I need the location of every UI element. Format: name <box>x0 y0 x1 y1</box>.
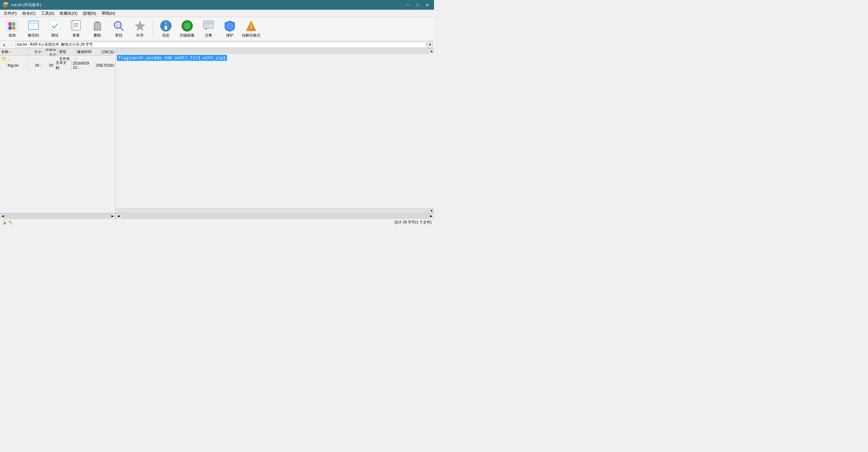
toolbar-scan-button[interactable]: 扫描病毒 <box>178 19 197 39</box>
svg-rect-19 <box>98 23 99 30</box>
status-bar: 🔒 🔧 总计 29 字节(1 个文件) <box>0 218 434 226</box>
right-pane: ▲ flag{nev3r_enc0de_t00_sm4ll_fil3_w1th_… <box>116 49 434 218</box>
status-lock-icon: 🔒 <box>2 220 7 224</box>
toolbar-extract-button[interactable]: 解压到 <box>24 19 43 39</box>
minimize-button[interactable]: ─ <box>404 2 412 8</box>
toolbar-comment-label: 注释 <box>205 33 212 38</box>
col-date-header[interactable]: 修改时间 <box>76 49 101 55</box>
col-size-header[interactable]: 大小 <box>28 49 43 55</box>
panes-row: 名称 ∧ 大小 压缩后大小 类型 修改时间 CRC32 <box>0 49 434 218</box>
svg-marker-23 <box>135 21 145 31</box>
list-item[interactable]: 📄 flag.txt 29 29 文本文档 2016/8/29 12:... <box>0 62 115 69</box>
title-bar: 📦 out.txt (评估版本) ─ □ ✕ <box>0 0 434 10</box>
toolbar-view-label: 查看 <box>72 33 80 38</box>
nav-back-button[interactable]: ▲ <box>1 42 7 48</box>
menu-favorites[interactable]: 收藏夹(O) <box>57 10 80 17</box>
svg-rect-4 <box>12 27 15 30</box>
toolbar-find-button[interactable]: 查找 <box>109 19 128 39</box>
toolbar-delete-label: 删除 <box>94 33 101 38</box>
toolbar-info-button[interactable]: i 信息 <box>156 19 176 39</box>
preview-content-area: flag{nev3r_enc0de_t00_sm4ll_fil3_w1th_zi… <box>116 54 434 208</box>
archive-indicator: 📄 <box>8 42 13 47</box>
file-name: .. <box>8 57 11 61</box>
svg-rect-12 <box>73 21 80 30</box>
status-wrench-icon: 🔧 <box>8 220 13 224</box>
svg-line-21 <box>120 27 123 30</box>
toolbar-scan-label: 扫描病毒 <box>180 33 194 38</box>
address-dropdown-button[interactable]: ▼ <box>427 41 433 48</box>
file-size: 29 <box>27 63 40 67</box>
toolbar-delete-button[interactable]: 删除 <box>88 19 107 39</box>
file-crc: D5E7D162 <box>95 63 115 67</box>
toolbar-protect-label: 保护 <box>226 33 234 38</box>
col-type-header[interactable]: 类型 <box>58 49 76 55</box>
file-packed: 29 <box>40 63 55 67</box>
right-hscroll-right-button[interactable]: ▶ <box>429 213 434 219</box>
file-date: 2016/8/29 12:... <box>71 61 95 70</box>
address-bar: ▲ 📄 out.txt - RAR 4.x 压缩文件, 解包大小为 29 字节 … <box>0 41 434 49</box>
toolbar-add-button[interactable]: 添加 <box>2 19 22 39</box>
preview-text: flag{nev3r_enc0de_t00_sm4ll_fil3_w1th_zi… <box>116 54 434 62</box>
file-icon: 📄 <box>1 63 6 68</box>
svg-rect-26 <box>165 26 167 30</box>
status-left: 🔒 🔧 <box>0 220 116 224</box>
left-hscroll[interactable]: ◀ ▶ <box>0 213 115 218</box>
svg-rect-17 <box>94 23 101 31</box>
toolbar-find-label: 查找 <box>115 33 122 38</box>
col-name-header[interactable]: 名称 ∧ <box>0 49 28 55</box>
menu-options[interactable]: 选项(N) <box>80 10 99 17</box>
svg-rect-3 <box>8 27 11 30</box>
svg-rect-38 <box>250 24 252 27</box>
status-text: 总计 29 字节(1 个文件) <box>395 220 432 224</box>
menu-tools[interactable]: 工具(S) <box>39 10 57 17</box>
menu-bar: 文件(F) 命令(C) 工具(S) 收藏夹(O) 选项(N) 帮助(H) <box>0 10 434 17</box>
toolbar-wizard-label: 向导 <box>136 33 144 38</box>
maximize-button[interactable]: □ <box>413 2 422 8</box>
toolbar: 添加 解压到 测试 <box>0 17 434 41</box>
preview-scroll-down-button[interactable]: ▼ <box>429 209 434 213</box>
preview-scroll-up-button[interactable]: ▲ <box>429 49 434 54</box>
preview-selected-text: flag{nev3r_enc0de_t00_sm4ll_fil3_w1th_zi… <box>117 55 227 61</box>
toolbar-separator-1 <box>153 20 153 38</box>
left-pane: 名称 ∧ 大小 压缩后大小 类型 修改时间 CRC32 <box>0 49 116 218</box>
menu-help[interactable]: 帮助(H) <box>99 10 118 17</box>
svg-rect-16 <box>95 22 100 23</box>
address-field[interactable]: out.txt - RAR 4.x 压缩文件, 解包大小为 29 字节 <box>15 42 426 48</box>
svg-rect-0 <box>7 21 18 31</box>
address-text: out.txt - RAR 4.x 压缩文件, 解包大小为 29 字节 <box>17 42 93 47</box>
window-title: out.txt (评估版本) <box>11 2 41 8</box>
toolbar-wizard-button[interactable]: 向导 <box>130 19 150 39</box>
right-hscroll-left-button[interactable]: ◀ <box>116 213 121 219</box>
toolbar-sfx-label: 自解压格式 <box>242 33 260 38</box>
svg-rect-10 <box>50 21 60 30</box>
right-hscroll-track[interactable] <box>121 213 429 218</box>
col-crc-header[interactable]: CRC32 <box>101 50 115 54</box>
svg-rect-5 <box>29 21 38 30</box>
toolbar-add-label: 添加 <box>8 33 16 38</box>
toolbar-comment-button[interactable]: 注释 <box>199 19 218 39</box>
toolbar-test-button[interactable]: 测试 <box>45 19 64 39</box>
status-right: 总计 29 字节(1 个文件) <box>116 220 434 225</box>
toolbar-sfx-button[interactable]: 自解压格式 <box>241 19 261 39</box>
svg-rect-1 <box>8 22 11 26</box>
svg-point-22 <box>116 23 120 27</box>
content-area: 名称 ∧ 大小 压缩后大小 类型 修改时间 CRC32 <box>0 49 434 226</box>
right-hscroll[interactable]: ◀ ▶ <box>116 213 434 218</box>
menu-file[interactable]: 文件(F) <box>1 10 19 17</box>
app-icon: 📦 <box>2 2 9 8</box>
toolbar-info-label: 信息 <box>162 33 169 38</box>
hscroll-right-button[interactable]: ▶ <box>110 213 115 219</box>
menu-command[interactable]: 命令(C) <box>20 10 38 17</box>
toolbar-view-button[interactable]: 查看 <box>66 19 86 39</box>
svg-point-30 <box>187 25 188 27</box>
toolbar-protect-button[interactable]: 保护 <box>220 19 240 39</box>
file-name: flag.txt <box>8 63 18 67</box>
svg-rect-18 <box>96 23 97 30</box>
column-header: 名称 ∧ 大小 压缩后大小 类型 修改时间 CRC32 <box>0 49 115 55</box>
file-list[interactable]: 📁 .. 文件夹 📄 flag.txt <box>0 55 115 213</box>
toolbar-extract-label: 解压到 <box>28 33 39 38</box>
hscroll-track[interactable] <box>5 213 110 218</box>
close-button[interactable]: ✕ <box>423 2 432 8</box>
toolbar-test-label: 测试 <box>51 33 58 38</box>
hscroll-left-button[interactable]: ◀ <box>0 213 5 219</box>
